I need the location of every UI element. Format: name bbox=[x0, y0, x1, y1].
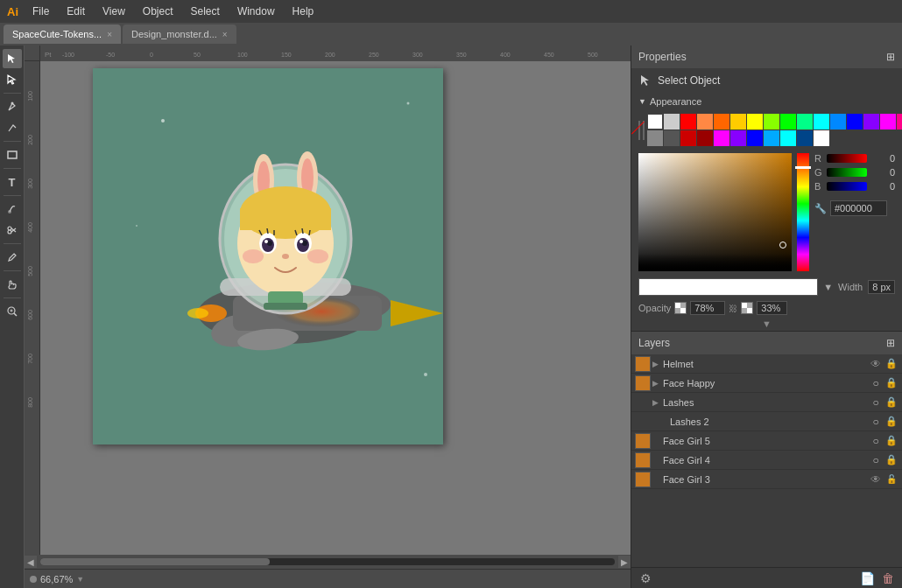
scroll-right-btn[interactable]: ▶ bbox=[618, 556, 631, 568]
layer-eye-lashes2[interactable]: ○ bbox=[869, 416, 883, 428]
eyedropper-small-icon[interactable]: 🔧 bbox=[814, 203, 827, 214]
menu-help[interactable]: Help bbox=[289, 4, 318, 19]
fill-swatch-black[interactable] bbox=[638, 121, 640, 140]
swatch-gray[interactable] bbox=[647, 130, 663, 146]
swatch-skyblue[interactable] bbox=[830, 114, 846, 130]
zoom-dropdown[interactable]: ▼ bbox=[76, 575, 84, 584]
tab-0-close[interactable]: × bbox=[107, 30, 112, 39]
layer-eye-facehappy[interactable]: ○ bbox=[869, 377, 883, 389]
scroll-left-btn[interactable]: ◀ bbox=[25, 556, 37, 568]
r-slider[interactable] bbox=[827, 154, 867, 163]
layer-lock-lashes[interactable]: 🔒 bbox=[884, 396, 898, 408]
swatch-yellow[interactable] bbox=[730, 114, 746, 130]
swatch-blue[interactable] bbox=[847, 114, 863, 130]
eyedropper-tool[interactable] bbox=[3, 248, 22, 267]
layer-arrow-facehappy[interactable]: ▶ bbox=[652, 379, 661, 388]
swatch-darkblue[interactable] bbox=[797, 130, 813, 146]
layer-lock-lashes2[interactable]: 🔒 bbox=[884, 416, 898, 427]
layer-eye-facegirl4[interactable]: ○ bbox=[869, 454, 883, 466]
hand-tool[interactable] bbox=[3, 275, 22, 294]
stroke-preview[interactable] bbox=[638, 278, 818, 296]
swatch-navy[interactable] bbox=[747, 130, 763, 146]
swatch-red[interactable] bbox=[680, 114, 696, 130]
swatch-magenta[interactable] bbox=[880, 114, 896, 130]
scroll-thumb[interactable] bbox=[40, 558, 270, 565]
swatch-fuchsia[interactable] bbox=[714, 130, 729, 146]
select-tool[interactable] bbox=[3, 49, 22, 68]
menu-select[interactable]: Select bbox=[187, 4, 223, 19]
layers-settings-btn[interactable]: ⚙ bbox=[637, 570, 654, 587]
menu-file[interactable]: File bbox=[29, 4, 53, 19]
rectangle-tool[interactable] bbox=[3, 145, 22, 164]
layer-item-helmet[interactable]: ▶ Helmet 👁 🔒 bbox=[631, 354, 902, 374]
layer-eye-lashes[interactable]: ○ bbox=[869, 396, 883, 409]
zoom-tool[interactable] bbox=[3, 302, 22, 321]
menu-window[interactable]: Window bbox=[234, 4, 278, 19]
hex-input[interactable] bbox=[830, 200, 887, 216]
layer-item-facegirl5[interactable]: ▶ Face Girl 5 ○ 🔒 bbox=[631, 431, 902, 451]
artboard bbox=[93, 68, 443, 444]
b-slider[interactable] bbox=[827, 182, 867, 191]
swatch-darkorange[interactable] bbox=[714, 114, 729, 130]
layers-expand-icon[interactable]: ⊞ bbox=[886, 337, 895, 349]
g-slider[interactable] bbox=[827, 168, 867, 177]
swatch-cornflower[interactable] bbox=[764, 130, 779, 146]
swatch-white2[interactable] bbox=[814, 130, 829, 146]
tab-1-close[interactable]: × bbox=[222, 30, 228, 39]
swatch-lime[interactable] bbox=[764, 114, 779, 130]
swatch-white[interactable] bbox=[647, 114, 663, 130]
menu-edit[interactable]: Edit bbox=[63, 4, 88, 19]
layer-arrow-helmet[interactable]: ▶ bbox=[652, 360, 661, 368]
scroll-track[interactable] bbox=[40, 558, 615, 565]
svg-text:0: 0 bbox=[150, 52, 153, 58]
layer-item-lashes[interactable]: ▶ Lashes ○ 🔒 bbox=[631, 393, 902, 412]
layer-lock-facegirl5[interactable]: 🔒 bbox=[884, 435, 898, 446]
pen-tool[interactable] bbox=[3, 97, 22, 116]
swatch-green[interactable] bbox=[780, 114, 796, 130]
tab-1[interactable]: Design_monster.d... × bbox=[123, 24, 236, 44]
layer-item-facegirl3[interactable]: ▶ Face Girl 3 👁 🔓 bbox=[631, 470, 902, 489]
swatch-purple[interactable] bbox=[730, 130, 746, 146]
expand-more-btn[interactable]: ▼ bbox=[631, 317, 902, 331]
swatch-aqua[interactable] bbox=[780, 130, 796, 146]
layer-eye-facegirl3[interactable]: 👁 bbox=[869, 473, 883, 486]
layer-item-lashes2[interactable]: Lashes 2 ○ 🔒 bbox=[631, 412, 902, 431]
swatch-violet[interactable] bbox=[863, 114, 879, 130]
swatch-teal-bright[interactable] bbox=[797, 114, 813, 130]
layer-lock-facegirl3[interactable]: 🔓 bbox=[884, 474, 898, 484]
stroke-dropdown-arrow[interactable]: ▼ bbox=[823, 282, 833, 292]
swatch-pink[interactable] bbox=[897, 114, 902, 130]
layer-item-facehappy[interactable]: ▶ Face Happy ○ 🔒 bbox=[631, 374, 902, 393]
swatch-cyan[interactable] bbox=[814, 114, 829, 130]
new-layer-btn[interactable]: 📄 bbox=[858, 570, 876, 587]
menu-view[interactable]: View bbox=[99, 4, 129, 19]
scissors-tool[interactable] bbox=[3, 220, 22, 240]
canvas-viewport[interactable] bbox=[40, 61, 631, 555]
menu-object[interactable]: Object bbox=[139, 4, 177, 19]
text-tool[interactable]: T bbox=[3, 172, 22, 192]
layer-eye-helmet[interactable]: 👁 bbox=[869, 358, 883, 370]
anchor-pen-tool[interactable] bbox=[3, 118, 22, 137]
select-object-label: Select Object bbox=[658, 74, 720, 87]
swatch-brightyellow[interactable] bbox=[747, 114, 763, 130]
layer-item-facegirl4[interactable]: ▶ Face Girl 4 ○ 🔒 bbox=[631, 451, 902, 470]
tab-0[interactable]: SpaceCute-Tokens... × bbox=[4, 24, 121, 44]
properties-expand-icon[interactable]: ⊞ bbox=[886, 51, 895, 63]
swatch-orange[interactable] bbox=[697, 114, 713, 130]
no-fill-swatch[interactable] bbox=[643, 121, 645, 140]
hue-bar[interactable] bbox=[797, 153, 809, 271]
swatch-darkgray[interactable] bbox=[664, 130, 680, 146]
delete-layer-btn[interactable]: 🗑 bbox=[879, 570, 897, 587]
swatch-maroon[interactable] bbox=[697, 130, 713, 146]
color-spectrum[interactable] bbox=[638, 153, 792, 271]
direct-select-tool[interactable] bbox=[3, 70, 22, 89]
layer-eye-facegirl5[interactable]: ○ bbox=[869, 435, 883, 447]
swatch-lightgray[interactable] bbox=[664, 114, 680, 130]
layer-lock-facehappy[interactable]: 🔒 bbox=[884, 377, 898, 388]
layer-lock-facegirl4[interactable]: 🔒 bbox=[884, 454, 898, 466]
paint-bucket-tool[interactable] bbox=[3, 200, 22, 219]
h-scrollbar[interactable]: ◀ ▶ bbox=[25, 555, 631, 569]
layer-arrow-lashes[interactable]: ▶ bbox=[652, 398, 661, 407]
swatch-darkred[interactable] bbox=[680, 130, 696, 146]
layer-lock-helmet[interactable]: 🔒 bbox=[884, 358, 898, 369]
